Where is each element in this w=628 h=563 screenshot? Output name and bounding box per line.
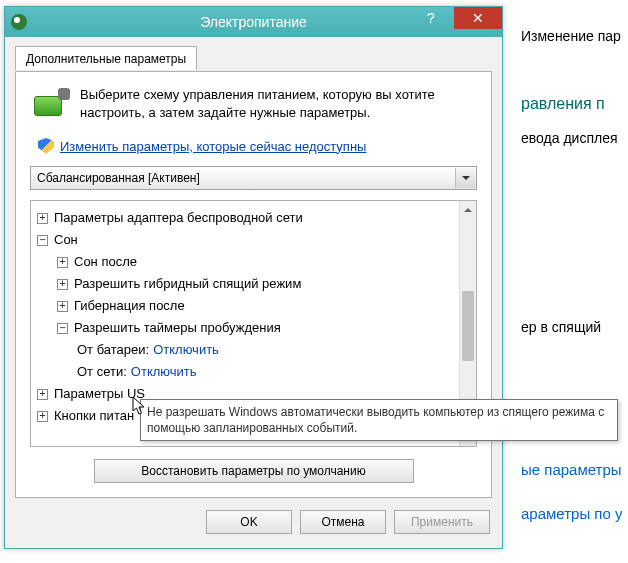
bg-link-params[interactable]: ые параметры xyxy=(521,461,622,478)
tree-node-on-battery[interactable]: От батареи: Отключить xyxy=(37,339,459,361)
close-button[interactable]: ✕ xyxy=(454,7,502,29)
on-battery-value[interactable]: Отключить xyxy=(153,339,219,361)
power-options-dialog: Электропитание ? ✕ Дополнительные параме… xyxy=(4,6,503,549)
plus-icon[interactable]: + xyxy=(57,279,68,290)
tree-node-wireless[interactable]: + Параметры адаптера беспроводной сети xyxy=(37,207,459,229)
minus-icon[interactable]: − xyxy=(37,235,48,246)
scroll-up-icon[interactable] xyxy=(460,201,476,218)
plus-icon[interactable]: + xyxy=(37,389,48,400)
help-button[interactable]: ? xyxy=(408,7,454,29)
ok-button[interactable]: OK xyxy=(206,510,292,534)
minus-icon[interactable]: − xyxy=(57,323,68,334)
bg-text-sleep: ер в спящий xyxy=(521,319,601,335)
tree-node-wake-timers[interactable]: − Разрешить таймеры пробуждения xyxy=(37,317,459,339)
shield-icon xyxy=(38,138,54,154)
bg-text-change-params: Изменение пар xyxy=(521,28,621,44)
restore-defaults-button[interactable]: Восстановить параметры по умолчанию xyxy=(94,459,414,483)
tree-node-hybrid-sleep[interactable]: + Разрешить гибридный спящий режим xyxy=(37,273,459,295)
power-plan-value: Сбалансированная [Активен] xyxy=(37,171,200,185)
tree-node-sleep[interactable]: − Сон xyxy=(37,229,459,251)
titlebar[interactable]: Электропитание ? ✕ xyxy=(5,7,502,37)
battery-icon xyxy=(30,86,70,122)
bg-link-default-params[interactable]: араметры по у xyxy=(521,505,622,522)
scroll-thumb[interactable] xyxy=(462,291,474,361)
plus-icon[interactable]: + xyxy=(37,213,48,224)
tree-node-hibernate-after[interactable]: + Гибернация после xyxy=(37,295,459,317)
apply-button[interactable]: Применить xyxy=(394,510,490,534)
tab-advanced-settings[interactable]: Дополнительные параметры xyxy=(15,46,197,70)
on-ac-value[interactable]: Отключить xyxy=(131,361,197,383)
chevron-down-icon[interactable] xyxy=(455,168,475,188)
tree-node-sleep-after[interactable]: + Сон после xyxy=(37,251,459,273)
tab-row: Дополнительные параметры xyxy=(15,45,492,71)
plus-icon[interactable]: + xyxy=(57,257,68,268)
intro-text: Выберите схему управления питанием, кото… xyxy=(80,86,477,122)
tree-node-on-ac[interactable]: От сети: Отключить xyxy=(37,361,459,383)
plus-icon[interactable]: + xyxy=(37,411,48,422)
bg-text-management: равления п xyxy=(521,95,605,113)
cancel-button[interactable]: Отмена xyxy=(300,510,386,534)
plus-icon[interactable]: + xyxy=(57,301,68,312)
dialog-footer: OK Отмена Применить xyxy=(5,498,502,548)
power-icon xyxy=(11,14,27,30)
power-plan-combobox[interactable]: Сбалансированная [Активен] xyxy=(30,166,477,190)
bg-text-display: евода дисплея xyxy=(521,130,618,146)
change-unavailable-settings-link[interactable]: Изменить параметры, которые сейчас недос… xyxy=(60,139,366,154)
tooltip: Не разрешать Windows автоматически вывод… xyxy=(140,399,618,441)
